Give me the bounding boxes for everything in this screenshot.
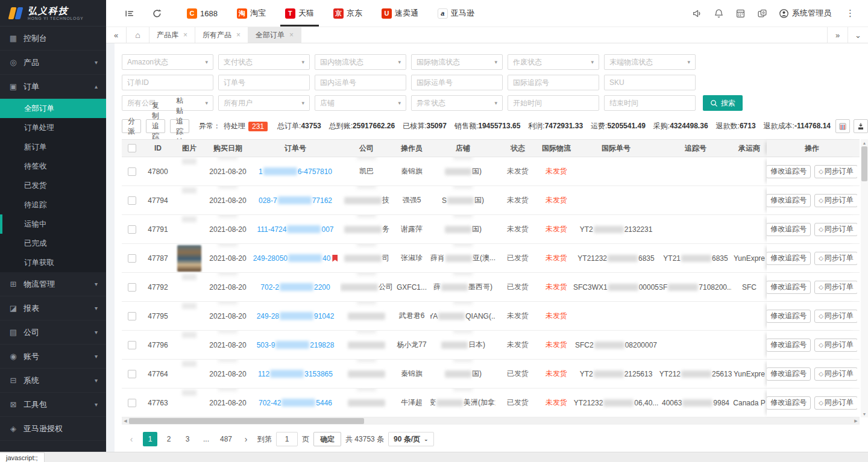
order-link[interactable]: 702-425446: [259, 399, 332, 407]
select-all-checkbox[interactable]: [128, 144, 136, 152]
announcement-icon[interactable]: [688, 5, 705, 22]
sidebar-item-logistics-mgmt[interactable]: ⊞物流管理▾: [0, 272, 106, 296]
scroll-left-icon[interactable]: ◀: [122, 419, 129, 423]
switch-account-icon[interactable]: [753, 5, 770, 22]
order-link[interactable]: 16-4757810: [259, 167, 332, 176]
sync-order-button[interactable]: ◇同步订单: [814, 281, 857, 294]
marketplace-tmall[interactable]: T天猫: [275, 0, 324, 27]
intl-tracking-no-input[interactable]: 国际追踪号: [508, 75, 599, 90]
order-link[interactable]: 028-777162: [259, 196, 332, 205]
row-checkbox[interactable]: [128, 225, 136, 234]
sidebar-subitem-in-transit[interactable]: 运输中: [0, 214, 106, 234]
sync-order-button[interactable]: ◇同步订单: [814, 165, 857, 178]
page-487[interactable]: 487: [218, 432, 234, 446]
store-select[interactable]: 店铺▾: [315, 95, 406, 111]
sidebar-subitem-order-fetch[interactable]: 订单获取: [0, 253, 106, 272]
sidebar-item-reports[interactable]: ◪报表▾: [0, 296, 106, 320]
sidebar-subitem-completed[interactable]: 已完成: [0, 234, 106, 253]
sync-order-button[interactable]: ◇同步订单: [814, 396, 857, 410]
collapse-sidebar-icon[interactable]: [121, 5, 137, 22]
order-link[interactable]: 503-9219828: [257, 341, 335, 349]
page-2[interactable]: 2: [162, 432, 176, 446]
page-3[interactable]: 3: [180, 432, 195, 446]
all-companies-select[interactable]: 所有公司▾: [122, 95, 213, 111]
horizontal-scrollbar-thumb[interactable]: [129, 418, 364, 424]
copy-tracking-button[interactable]: 复制追踪号: [146, 119, 165, 133]
domestic-logistics-status-select[interactable]: 国内物流状态▾: [315, 54, 406, 70]
sidebar-item-console[interactable]: ▦控制台: [0, 27, 106, 51]
close-icon[interactable]: ×: [236, 31, 241, 39]
scroll-down-icon[interactable]: ▼: [863, 410, 867, 417]
row-checkbox[interactable]: [128, 399, 136, 407]
tab-all-products[interactable]: 所有产品×: [195, 27, 248, 43]
edit-tracking-button[interactable]: 修改追踪号: [767, 339, 811, 352]
search-button[interactable]: 搜索: [703, 95, 743, 111]
refresh-icon[interactable]: [148, 5, 165, 22]
all-users-select[interactable]: 所有用户▾: [218, 95, 310, 111]
vertical-scrollbar-thumb[interactable]: [861, 146, 867, 181]
order-link[interactable]: 111-4724007: [257, 225, 334, 234]
edit-tracking-button[interactable]: 修改追踪号: [767, 281, 811, 294]
sidebar-subitem-all-orders[interactable]: 全部订单: [0, 99, 106, 118]
tabs-expand-icon[interactable]: »: [827, 27, 848, 43]
edit-tracking-button[interactable]: 修改追踪号: [767, 396, 811, 410]
marketplace-jd[interactable]: 京京东: [324, 0, 372, 27]
sidebar-subitem-new-orders[interactable]: 新订单: [0, 137, 106, 157]
edit-tracking-button[interactable]: 修改追踪号: [767, 252, 811, 265]
order-link[interactable]: 249-2805040: [253, 254, 338, 263]
horizontal-scrollbar[interactable]: ◀ ▶: [122, 417, 860, 425]
columns-config-icon[interactable]: [835, 119, 850, 133]
confirm-button[interactable]: 确定: [313, 432, 341, 446]
pay-status-select[interactable]: 支付状态▾: [218, 54, 310, 70]
edit-tracking-button[interactable]: 修改追踪号: [767, 310, 811, 323]
pending-count-badge[interactable]: 231: [248, 122, 268, 131]
sidebar-item-products[interactable]: ◎产品▾: [0, 51, 106, 75]
row-checkbox[interactable]: [128, 370, 136, 378]
scroll-right-icon[interactable]: ▶: [852, 419, 860, 423]
per-page-select[interactable]: 90 条/页 ⌄: [388, 432, 434, 446]
export-icon[interactable]: [854, 119, 868, 133]
intl-logistics-status-select[interactable]: 国际物流状态▾: [411, 54, 503, 70]
sku-input[interactable]: SKU: [604, 75, 696, 90]
row-checkbox[interactable]: [128, 254, 136, 263]
sync-order-button[interactable]: ◇同步订单: [814, 194, 857, 207]
user-menu[interactable]: 系统管理员: [775, 8, 835, 19]
order-no-input[interactable]: 订单号: [218, 75, 310, 90]
end-time-input[interactable]: 结束时间: [604, 95, 696, 111]
sidebar-item-orders[interactable]: ▣订单▴: [0, 75, 106, 99]
marketplace-1688[interactable]: C1688: [177, 0, 227, 27]
sidebar-item-company[interactable]: ▤公司▾: [0, 320, 106, 345]
edit-tracking-button[interactable]: 修改追踪号: [767, 194, 811, 207]
marketplace-amazon[interactable]: a亚马逊: [428, 0, 484, 27]
sidebar-subitem-shipped[interactable]: 已发货: [0, 176, 106, 195]
scroll-up-icon[interactable]: ▲: [863, 139, 867, 146]
order-link[interactable]: 702-22200: [260, 283, 330, 292]
row-checkbox[interactable]: [128, 283, 136, 292]
row-checkbox[interactable]: [128, 312, 136, 320]
edit-tracking-button[interactable]: 修改追踪号: [767, 223, 811, 236]
edit-tracking-button[interactable]: 修改追踪号: [767, 165, 811, 178]
close-icon[interactable]: ×: [289, 31, 294, 39]
order-link[interactable]: 249-2891042: [257, 312, 335, 320]
sync-order-button[interactable]: ◇同步订单: [814, 339, 857, 352]
tabs-scroll-left-icon[interactable]: «: [106, 27, 127, 43]
sidebar-item-system[interactable]: ⊟系统▾: [0, 369, 106, 393]
domestic-waybill-no-input[interactable]: 国内运单号: [315, 75, 406, 90]
order-link[interactable]: 1123153865: [258, 370, 333, 378]
marketplace-aliexpress[interactable]: U速卖通: [372, 0, 428, 27]
start-time-input[interactable]: 开始时间: [508, 95, 599, 111]
sidebar-subitem-order-processing[interactable]: 订单处理: [0, 118, 106, 137]
tabs-menu-icon[interactable]: ⌄: [848, 27, 868, 43]
last-mile-status-select[interactable]: 末端物流状态▾: [604, 54, 696, 70]
page-jump-input[interactable]: 1: [276, 432, 298, 446]
assign-button[interactable]: 分派: [122, 119, 141, 133]
home-tab[interactable]: ⌂: [127, 27, 149, 43]
notifications-bell-icon[interactable]: [710, 5, 727, 22]
sidebar-subitem-pending-tracking[interactable]: 待追踪: [0, 195, 106, 214]
sync-order-button[interactable]: ◇同步订单: [814, 252, 857, 265]
next-page-icon[interactable]: ›: [239, 432, 253, 446]
tab-product-library[interactable]: 产品库×: [149, 27, 195, 43]
apps-grid-icon[interactable]: [732, 5, 749, 22]
tab-all-orders[interactable]: 全部订单×: [248, 27, 301, 43]
sync-order-button[interactable]: ◇同步订单: [814, 223, 857, 236]
